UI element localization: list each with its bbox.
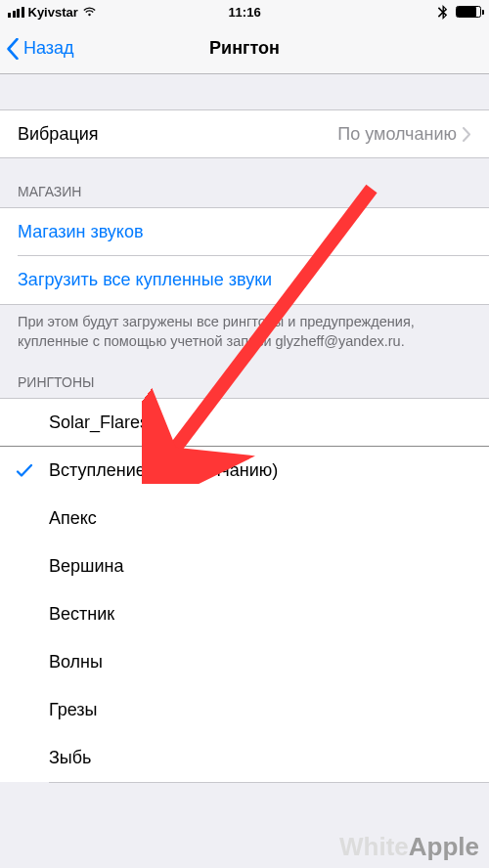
battery-icon: [456, 6, 481, 18]
back-button[interactable]: Назад: [0, 38, 74, 60]
ringtone-item-label: Грезы: [49, 700, 98, 720]
store-section-footer: При этом будут загружены все рингтоны и …: [0, 305, 489, 361]
page-title: Рингтон: [209, 38, 280, 59]
vibration-cell[interactable]: Вибрация По умолчанию: [0, 109, 489, 158]
chevron-left-icon: [6, 38, 20, 60]
ringtone-item[interactable]: Волны: [0, 638, 489, 686]
ringtone-item-label: Зыбь: [49, 748, 92, 768]
watermark: WhiteApple: [339, 832, 479, 862]
nav-bar: Назад Рингтон: [0, 23, 489, 74]
download-link-cell[interactable]: Загрузить все купленные звуки: [0, 256, 489, 305]
back-label: Назад: [23, 38, 74, 59]
store-link-label: Магазин звуков: [18, 222, 144, 242]
ringtone-item-custom[interactable]: Solar_Flares: [0, 399, 489, 447]
ringtone-item[interactable]: Зыбь: [0, 734, 489, 782]
vibration-value: По умолчанию: [337, 124, 457, 145]
vibration-label: Вибрация: [18, 124, 337, 145]
ringtone-item-label: Апекс: [49, 508, 97, 529]
ringtone-item-label: Волны: [49, 652, 103, 673]
ringtone-item-label: Вступление (по умолчанию): [49, 460, 278, 481]
status-right: [435, 5, 481, 20]
ringtone-item[interactable]: Вершина: [0, 542, 489, 590]
check-icon: [16, 462, 33, 480]
ringtone-item-label: Solar_Flares: [49, 412, 149, 433]
ringtone-item-label: Вестник: [49, 604, 114, 625]
watermark-part1: White: [339, 832, 409, 861]
status-time: 11:16: [228, 5, 260, 20]
wifi-icon: [82, 5, 97, 20]
carrier-label: Kyivstar: [28, 5, 78, 20]
status-bar: Kyivstar 11:16: [0, 0, 489, 23]
chevron-right-icon: [463, 127, 471, 142]
ringtone-item[interactable]: Грезы: [0, 686, 489, 734]
ringtone-item[interactable]: Вступление (по умолчанию): [0, 447, 489, 495]
ringtone-item-label: Вершина: [49, 556, 123, 577]
ringtone-list: Solar_Flares Вступление (по умолчанию) А…: [0, 398, 489, 782]
ringtone-item[interactable]: Апекс: [0, 495, 489, 542]
ringtones-section-header: РИНГТОНЫ: [0, 361, 489, 398]
bluetooth-icon: [435, 5, 450, 20]
signal-bars-icon: [8, 7, 24, 18]
ringtone-item[interactable]: Вестник: [0, 590, 489, 638]
download-link-label: Загрузить все купленные звуки: [18, 270, 272, 290]
status-left: Kyivstar: [8, 5, 97, 20]
store-section-header: МАГАЗИН: [0, 158, 489, 207]
watermark-part2: Apple: [409, 832, 479, 861]
spacer: [0, 74, 489, 109]
store-link-cell[interactable]: Магазин звуков: [0, 207, 489, 256]
